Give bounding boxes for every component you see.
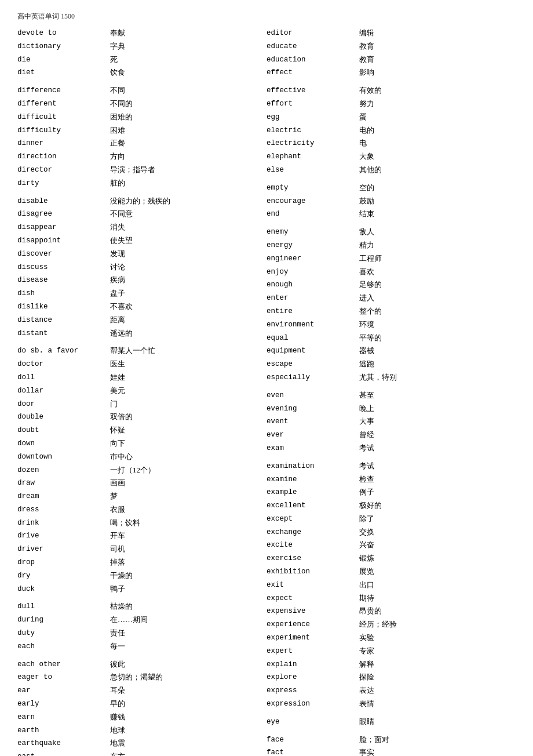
entry-word: eager to — [17, 671, 110, 684]
entry-meaning: 困难的 — [110, 111, 133, 123]
entry-word: except — [266, 513, 359, 525]
entry: end结束 — [266, 208, 510, 220]
entry: dull枯燥的 — [17, 601, 261, 613]
entry-meaning: 怀疑 — [110, 424, 125, 437]
entry-meaning: 在……期间 — [110, 614, 148, 626]
entry-word: enough — [266, 279, 359, 291]
entry: dollar美元 — [17, 385, 261, 397]
entry-meaning: 交换 — [359, 526, 374, 539]
entry-word: express — [266, 685, 359, 697]
entry-word: exit — [266, 579, 359, 591]
entry-meaning: 锻炼 — [359, 553, 374, 565]
entry: face脸；面对 — [266, 734, 510, 746]
entry: examine检查 — [266, 474, 510, 486]
entry-word: ever — [266, 429, 359, 441]
right-column: editor编辑educate教育education教育effect影响effe… — [266, 27, 516, 756]
entry-meaning: 梦 — [110, 490, 118, 503]
entry-meaning: 讨论 — [110, 261, 125, 274]
entry: expensive昂贵的 — [266, 605, 510, 617]
spacer — [17, 80, 261, 85]
entry: experience经历；经验 — [266, 619, 510, 631]
entry-meaning: 地震 — [110, 737, 125, 750]
entry-word: each — [17, 641, 110, 653]
spacer — [17, 654, 261, 659]
entry-word: different — [17, 98, 110, 110]
entry: director导演；指导者 — [17, 164, 261, 176]
entry-meaning: 饮食 — [110, 67, 125, 79]
entry-word: do sb. a favor — [17, 345, 110, 357]
entry-word: earthquake — [17, 737, 110, 750]
entry-word: drop — [17, 557, 110, 569]
entry-word: distance — [17, 314, 110, 326]
entry-meaning: 奉献 — [110, 27, 125, 39]
entry: door门 — [17, 398, 261, 410]
entry-word: expect — [266, 593, 359, 605]
entry-word: equipment — [266, 345, 359, 357]
entry-word: dictionary — [17, 41, 110, 53]
entry-word: dull — [17, 601, 110, 613]
entry: discover发现 — [17, 248, 261, 260]
entry-word: dream — [17, 490, 110, 503]
entry-meaning: 耳朵 — [110, 685, 125, 697]
entry: enter进入 — [266, 292, 510, 304]
entry: education教育 — [266, 54, 510, 66]
entry-word: expensive — [266, 605, 359, 617]
entry-meaning: 娃娃 — [110, 372, 125, 384]
spacer — [266, 80, 510, 85]
spacer — [266, 711, 510, 716]
entry-meaning: 枯燥的 — [110, 601, 133, 613]
entry-word: escape — [266, 358, 359, 370]
entry-word: disease — [17, 274, 110, 286]
spacer — [266, 385, 510, 390]
entry-meaning: 地球 — [110, 725, 125, 737]
entry: earthquake地震 — [17, 737, 261, 750]
entry-meaning: 结束 — [359, 208, 374, 220]
entry: disease疾病 — [17, 274, 261, 286]
entry-meaning: 足够的 — [359, 279, 382, 291]
left-column: devote to奉献dictionary字典die死diet饮食differe… — [17, 27, 266, 756]
entry: example例子 — [266, 486, 510, 499]
entry-word: even — [266, 390, 359, 402]
entry-meaning: 急切的；渴望的 — [110, 671, 163, 684]
entry-word: doll — [17, 372, 110, 384]
entry-word: disable — [17, 195, 110, 208]
entry-meaning: 帮某人一个忙 — [110, 345, 155, 357]
entry-meaning: 司机 — [110, 543, 125, 555]
entry-word: elephant — [266, 151, 359, 163]
entry-meaning: 开车 — [110, 530, 125, 542]
entry-word: empty — [266, 182, 359, 194]
entry-meaning: 甚至 — [359, 390, 374, 402]
entry: fact事实 — [266, 747, 510, 756]
spacer — [266, 456, 510, 460]
entry: explore探险 — [266, 671, 510, 684]
entry-word: dozen — [17, 464, 110, 477]
entry-meaning: 敌人 — [359, 226, 374, 238]
entry: doll娃娃 — [17, 372, 261, 384]
entry-word: else — [266, 164, 359, 176]
entry: direction方向 — [17, 151, 261, 163]
entry-word: expert — [266, 645, 359, 657]
entry-word: exam — [266, 442, 359, 455]
entry-word: drive — [17, 530, 110, 542]
entry-word: explore — [266, 671, 359, 684]
entry-meaning: 昂贵的 — [359, 605, 382, 617]
entry: eye眼睛 — [266, 716, 510, 728]
entry-word: downtown — [17, 451, 110, 463]
entry-word: egg — [266, 111, 359, 123]
entry: disagree不同意 — [17, 208, 261, 220]
entry: explain解释 — [266, 659, 510, 671]
entry: downtown市中心 — [17, 451, 261, 463]
entry: drink喝；饮料 — [17, 517, 261, 529]
entry-meaning: 展览 — [359, 566, 374, 578]
entry: driver司机 — [17, 543, 261, 555]
entry-word: doubt — [17, 424, 110, 437]
entry-word: enjoy — [266, 266, 359, 278]
entry: editor编辑 — [266, 27, 510, 39]
entry-word: duck — [17, 583, 110, 595]
entry-word: explain — [266, 659, 359, 671]
entry-word: earth — [17, 725, 110, 737]
entry-meaning: 不同的 — [110, 98, 133, 110]
entry-meaning: 例子 — [359, 486, 374, 499]
spacer — [266, 221, 510, 226]
entry-word: experiment — [266, 632, 359, 644]
